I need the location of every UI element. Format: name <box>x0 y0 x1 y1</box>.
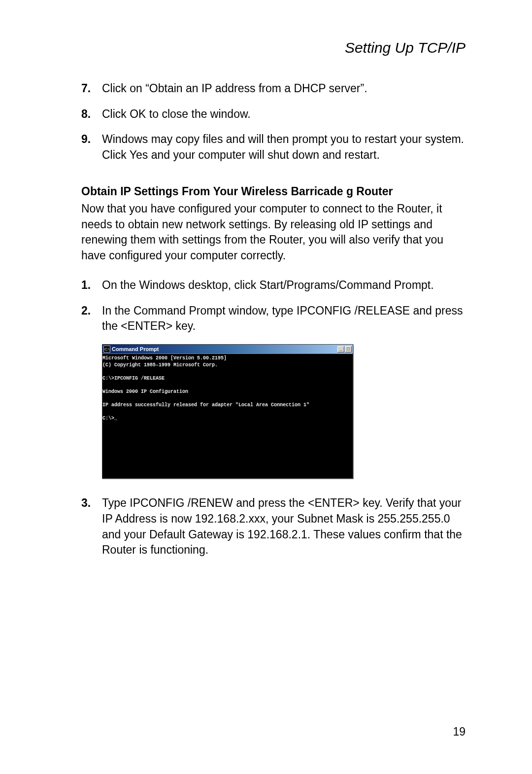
list-text: Click OK to close the window. <box>102 106 468 122</box>
list-text: In the Command Prompt window, type IPCON… <box>102 303 468 334</box>
command-prompt-window: C:\ Command Prompt _ □ Microsoft Windows… <box>102 344 353 479</box>
list-number: 9. <box>81 132 102 147</box>
list-item: 2. In the Command Prompt window, type IP… <box>81 303 468 334</box>
section-intro: Now that you have configured your comput… <box>81 201 468 264</box>
list-item: 3. Type IPCONFIG /RENEW and press the <E… <box>81 495 468 558</box>
cmd-line: (C) Copyright 1985-1999 Microsoft Corp. <box>102 362 218 368</box>
list-text: Click on “Obtain an IP address from a DH… <box>102 81 468 97</box>
ordered-list-continued: 7. Click on “Obtain an IP address from a… <box>81 81 468 163</box>
cmd-line: Windows 2000 IP Configuration <box>102 389 188 394</box>
cmd-line: IP address successfully released for ada… <box>102 402 309 408</box>
section-heading: Obtain IP Settings From Your Wireless Ba… <box>81 185 468 198</box>
page-number: 19 <box>453 725 466 739</box>
cmd-window-buttons: _ □ <box>337 346 352 352</box>
ordered-list-c: 3. Type IPCONFIG /RENEW and press the <E… <box>81 495 468 558</box>
page-title: Setting Up TCP/IP <box>81 39 466 56</box>
maximize-button[interactable]: □ <box>345 346 352 352</box>
cmd-title-text: Command Prompt <box>112 346 337 352</box>
list-number: 3. <box>81 495 102 511</box>
cmd-body[interactable]: Microsoft Windows 2000 [Version 5.00.219… <box>102 353 353 478</box>
list-number: 1. <box>81 278 102 293</box>
list-number: 7. <box>81 81 102 97</box>
list-text: On the Windows desktop, click Start/Prog… <box>102 278 468 293</box>
list-text: Windows may copy files and will then pro… <box>102 132 468 163</box>
list-item: 9. Windows may copy files and will then … <box>81 132 468 163</box>
cmd-titlebar: C:\ Command Prompt _ □ <box>102 345 353 353</box>
cmd-prompt-cursor: C:\>_ <box>102 415 117 422</box>
list-number: 8. <box>81 106 102 122</box>
list-number: 2. <box>81 303 102 319</box>
cmd-line: Microsoft Windows 2000 [Version 5.00.219… <box>102 355 227 361</box>
minimize-button[interactable]: _ <box>337 346 344 352</box>
ordered-list-b: 1. On the Windows desktop, click Start/P… <box>81 278 468 334</box>
cmd-line: C:\>IPCONFIG /RELEASE <box>102 376 165 381</box>
list-item: 1. On the Windows desktop, click Start/P… <box>81 278 468 293</box>
cmd-prompt-icon: C:\ <box>103 346 110 352</box>
list-item: 8. Click OK to close the window. <box>81 106 468 122</box>
list-item: 7. Click on “Obtain an IP address from a… <box>81 81 468 97</box>
page: Setting Up TCP/IP 7. Click on “Obtain an… <box>0 0 532 774</box>
list-text: Type IPCONFIG /RENEW and press the <ENTE… <box>102 495 468 558</box>
